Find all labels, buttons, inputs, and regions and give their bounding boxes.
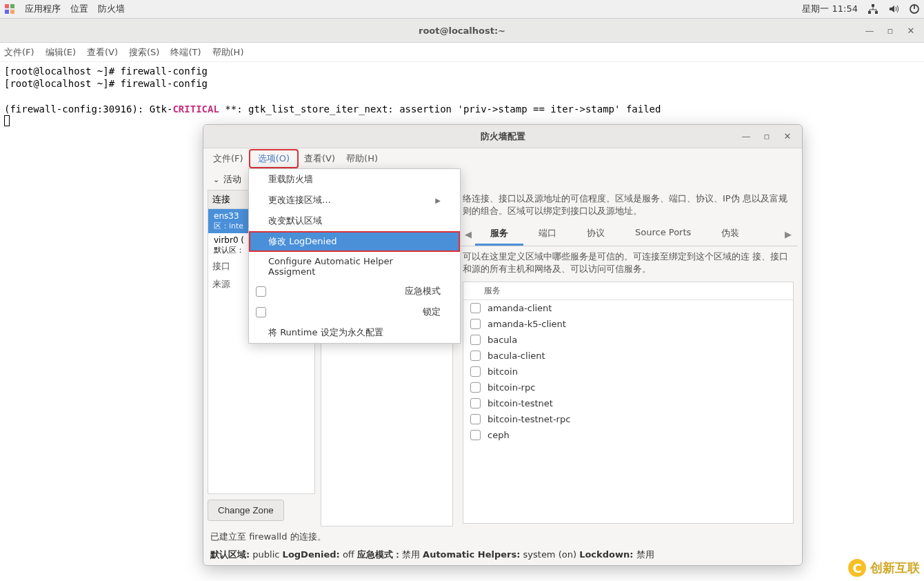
service-row[interactable]: amanda-k5-client <box>463 316 793 332</box>
fw-menu-file[interactable]: 文件(F) <box>208 150 249 168</box>
tab-scroll-left[interactable]: ◀ <box>461 229 475 239</box>
power-icon[interactable] <box>909 3 920 14</box>
term-menu-terminal[interactable]: 终端(T) <box>170 46 201 59</box>
menu-checkbox[interactable] <box>256 286 266 297</box>
service-checkbox[interactable] <box>470 382 481 393</box>
network-icon[interactable] <box>867 3 878 14</box>
tab-伪装[interactable]: 伪装 <box>706 223 754 246</box>
service-row[interactable]: bitcoin-rpc <box>463 380 793 395</box>
minimize-button[interactable]: — <box>859 21 880 40</box>
maximize-button[interactable]: ▫ <box>880 21 901 40</box>
fw-status-bar: 默认区域: public LogDenied: off 应急模式：禁用 Auto… <box>203 547 802 565</box>
menu-item-label: 锁定 <box>423 306 441 318</box>
fw-menu-options[interactable]: 选项(O) <box>249 149 299 168</box>
menu-item[interactable]: Configure Automatic Helper Assigment <box>249 252 460 281</box>
menu-item[interactable]: 改变默认区域 <box>249 210 460 231</box>
gnome-top-panel: 应用程序 位置 防火墙 星期一 11:54 <box>0 0 924 19</box>
service-checkbox[interactable] <box>470 366 481 377</box>
service-row[interactable]: bitcoin-testnet-rpc <box>463 411 793 427</box>
term-menu-edit[interactable]: 编辑(E) <box>46 46 76 59</box>
terminal-title: root@localhost:~ <box>419 26 505 36</box>
fw-tabs: ◀ 服务端口协议Source Ports伪装 ▶ <box>459 223 798 246</box>
services-description: 可以在这里定义区域中哪些服务是可信的。可连接至绑定到这个区域的连 接、接口和源的… <box>459 246 798 279</box>
service-checkbox[interactable] <box>470 335 481 345</box>
menu-item[interactable]: 锁定 <box>249 302 460 322</box>
services-list: 服务 amanda-clientamanda-k5-clientbaculaba… <box>463 282 794 524</box>
service-checkbox[interactable] <box>470 319 481 329</box>
service-label: amanda-k5-client <box>488 319 566 329</box>
term-menu-help[interactable]: 帮助(H) <box>212 46 244 59</box>
menu-firewall[interactable]: 防火墙 <box>98 3 125 15</box>
clock[interactable]: 星期一 11:54 <box>802 3 858 15</box>
svg-rect-2 <box>5 10 9 14</box>
menu-item-label: 更改连接区域… <box>268 194 331 206</box>
fw-expander-label: 活动 <box>223 173 241 186</box>
menu-item-label: Configure Automatic Helper Assigment <box>268 256 441 277</box>
close-button[interactable]: ✕ <box>901 21 921 40</box>
service-checkbox[interactable] <box>470 303 481 313</box>
activities-icon <box>4 3 15 14</box>
menu-item[interactable]: 将 Runtime 设定为永久配置 <box>249 322 460 343</box>
service-label: bacula <box>488 335 517 345</box>
service-row[interactable]: bitcoin <box>463 364 793 380</box>
term-menu-search[interactable]: 搜索(S) <box>129 46 159 59</box>
service-label: ceph <box>488 430 510 440</box>
service-label: bitcoin-testnet-rpc <box>488 414 570 424</box>
menu-applications[interactable]: 应用程序 <box>25 3 61 15</box>
service-row[interactable]: bitcoin-testnet <box>463 395 793 411</box>
zone-description: 络连接、接口以及源地址的可信程度。区域是服务、端口、协议、IP伪 息以及富规则的… <box>459 190 798 223</box>
fw-status-connection: 已建立至 firewalld 的连接。 <box>203 526 802 547</box>
change-zone-button[interactable]: Change Zone <box>208 500 284 521</box>
menu-item-label: 重载防火墙 <box>268 173 313 186</box>
tab-端口[interactable]: 端口 <box>523 223 572 246</box>
fw-minimize-button[interactable]: — <box>736 127 756 146</box>
svg-rect-4 <box>872 4 874 7</box>
menu-item-label: 改变默认区域 <box>268 215 322 227</box>
term-menu-file[interactable]: 文件(F) <box>4 46 34 59</box>
tab-服务[interactable]: 服务 <box>475 223 523 246</box>
svg-rect-5 <box>868 11 871 14</box>
tab-协议[interactable]: 协议 <box>572 223 620 246</box>
menu-item[interactable]: 重载防火墙 <box>249 169 460 190</box>
submenu-arrow-icon: ▶ <box>435 197 441 204</box>
tab-Source Ports[interactable]: Source Ports <box>620 223 706 246</box>
fw-menubar: 文件(F) 选项(O) 查看(V) 帮助(H) <box>203 148 802 169</box>
service-row[interactable]: bacula-client <box>463 348 793 364</box>
svg-rect-3 <box>10 10 14 14</box>
terminal-window: root@localhost:~ — ▫ ✕ 文件(F) 编辑(E) 查看(V)… <box>0 19 924 132</box>
terminal-line: (firewall-config:30916): Gtk-CRITICAL **… <box>4 103 920 115</box>
service-checkbox[interactable] <box>470 398 481 408</box>
terminal-titlebar: root@localhost:~ — ▫ ✕ <box>0 19 924 43</box>
menu-item-label: 将 Runtime 设定为永久配置 <box>268 326 383 339</box>
menu-places[interactable]: 位置 <box>70 3 88 15</box>
terminal-cursor <box>4 115 10 126</box>
terminal-body[interactable]: [root@localhost ~]# firewall-config [roo… <box>0 62 924 132</box>
watermark-text: 创新互联 <box>870 560 920 576</box>
term-menu-view[interactable]: 查看(V) <box>87 46 118 59</box>
fw-maximize-button[interactable]: ▫ <box>756 127 777 146</box>
service-label: bacula-client <box>488 351 545 361</box>
service-checkbox[interactable] <box>470 414 481 424</box>
menu-item[interactable]: 更改连接区域…▶ <box>249 190 460 210</box>
service-row[interactable]: bacula <box>463 332 793 348</box>
svg-rect-0 <box>5 4 9 8</box>
terminal-line: [root@localhost ~]# firewall-config <box>4 77 920 90</box>
tab-scroll-right[interactable]: ▶ <box>781 229 795 239</box>
menu-item[interactable]: 应急模式 <box>249 281 460 302</box>
watermark: C 创新互联 <box>848 559 920 577</box>
menu-item-label: 修改 LogDenied <box>268 235 337 248</box>
service-label: bitcoin <box>488 366 518 377</box>
menu-item[interactable]: 修改 LogDenied <box>249 231 460 252</box>
fw-menu-help[interactable]: 帮助(H) <box>341 150 383 168</box>
services-column-header: 服务 <box>463 282 793 300</box>
menu-checkbox[interactable] <box>256 307 266 317</box>
service-row[interactable]: amanda-client <box>463 300 793 316</box>
fw-menu-view[interactable]: 查看(V) <box>299 150 341 168</box>
volume-icon[interactable] <box>888 3 899 14</box>
menu-item-label: 应急模式 <box>405 285 441 297</box>
fw-close-button[interactable]: ✕ <box>777 127 798 146</box>
service-checkbox[interactable] <box>470 430 481 440</box>
service-row[interactable]: ceph <box>463 427 793 443</box>
service-label: bitcoin-rpc <box>488 382 535 393</box>
service-checkbox[interactable] <box>470 351 481 361</box>
